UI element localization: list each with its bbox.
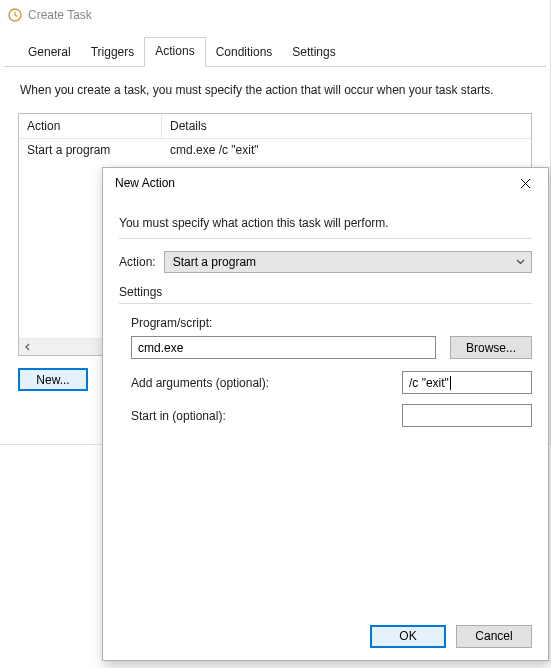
svg-line-2: [15, 15, 18, 17]
program-row: cmd.exe Browse...: [131, 336, 532, 359]
dialog-title: New Action: [115, 176, 175, 190]
tab-triggers[interactable]: Triggers: [81, 39, 145, 67]
table-row[interactable]: Start a program cmd.exe /c "exit": [19, 139, 531, 161]
close-button[interactable]: [503, 168, 548, 198]
dialog-intro: You must specify what action this task w…: [119, 204, 532, 238]
col-details[interactable]: Details: [162, 114, 531, 138]
action-label: Action:: [119, 255, 156, 269]
tabs: General Triggers Actions Conditions Sett…: [4, 30, 546, 67]
tab-general[interactable]: General: [18, 39, 81, 67]
tab-actions[interactable]: Actions: [144, 37, 205, 67]
browse-button[interactable]: Browse...: [450, 336, 532, 359]
startin-row: Start in (optional):: [131, 404, 532, 427]
arguments-label: Add arguments (optional):: [131, 376, 402, 390]
arguments-input[interactable]: /c "exit": [402, 371, 532, 394]
col-action[interactable]: Action: [19, 114, 162, 138]
action-value: Start a program: [173, 255, 256, 269]
program-label: Program/script:: [131, 316, 532, 330]
dialog-body: You must specify what action this task w…: [103, 198, 548, 612]
chevron-down-icon: [516, 259, 525, 265]
cancel-button[interactable]: Cancel: [456, 625, 532, 648]
cell-action: Start a program: [19, 139, 162, 161]
intro-text: When you create a task, you must specify…: [18, 71, 532, 113]
dialog-footer: OK Cancel: [103, 612, 548, 660]
window-title: Create Task: [28, 8, 92, 22]
scroll-left-icon[interactable]: [19, 339, 36, 356]
startin-input[interactable]: [402, 404, 532, 427]
dialog-title-bar: New Action: [103, 168, 548, 198]
settings-label: Settings: [119, 285, 532, 299]
cell-details: cmd.exe /c "exit": [162, 139, 531, 161]
new-action-dialog: New Action You must specify what action …: [102, 167, 549, 661]
close-icon: [520, 178, 531, 189]
divider: [119, 238, 532, 239]
action-dropdown[interactable]: Start a program: [164, 251, 532, 273]
arguments-row: Add arguments (optional): /c "exit": [131, 371, 532, 394]
ok-button[interactable]: OK: [370, 625, 446, 648]
program-input[interactable]: cmd.exe: [131, 336, 436, 359]
title-bar: Create Task: [0, 0, 550, 30]
startin-label: Start in (optional):: [131, 409, 402, 423]
tab-conditions[interactable]: Conditions: [206, 39, 283, 67]
task-scheduler-icon: [8, 8, 22, 22]
action-row: Action: Start a program: [119, 251, 532, 273]
table-header: Action Details: [19, 114, 531, 139]
new-button[interactable]: New...: [18, 368, 88, 391]
settings-divider: [119, 303, 532, 304]
tab-settings[interactable]: Settings: [282, 39, 345, 67]
settings-group: Program/script: cmd.exe Browse... Add ar…: [119, 316, 532, 427]
